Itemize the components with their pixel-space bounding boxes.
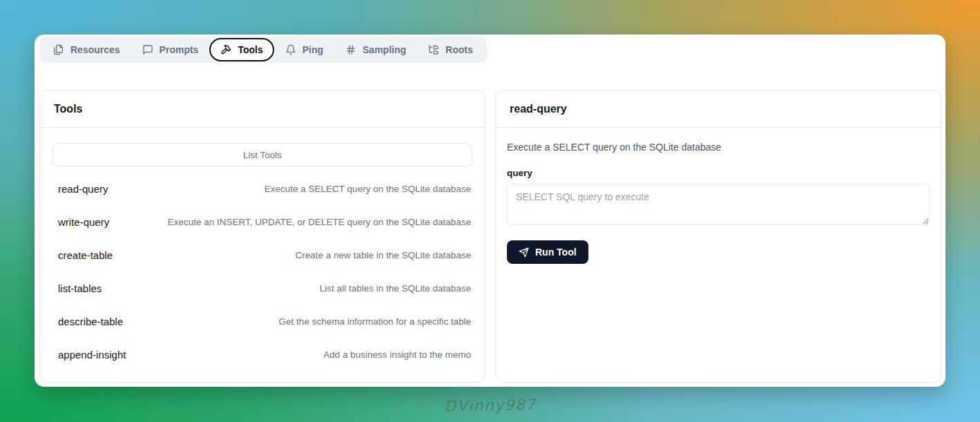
bell-icon [285,44,296,55]
hammer-icon [220,44,231,55]
panel-title: Tools [40,90,485,128]
run-tool-button[interactable]: Run Tool [507,240,588,264]
tool-description: Add a business insight to the memo [323,349,471,360]
tool-description: Create a new table in the SQLite databas… [296,250,471,260]
tool-detail-panel: read-query Execute a SELECT query on the… [495,90,941,383]
tab-ping[interactable]: Ping [274,38,334,61]
tool-row-list-tables[interactable]: list-tables List all tables in the SQLit… [52,271,472,305]
tool-list: read-query Execute a SELECT query on the… [52,172,472,371]
watermark: ƊVinny987 [443,396,536,414]
send-icon [519,247,529,258]
hash-icon [345,44,356,55]
message-square-icon [142,44,153,55]
query-input[interactable] [507,184,930,225]
tool-row-write-query[interactable]: write-query Execute an INSERT, UPDATE, o… [52,205,472,238]
tab-label: Roots [445,44,473,55]
query-field-label: query [507,168,930,178]
tools-list-panel: Tools List Tools read-query Execute a SE… [39,90,486,383]
files-icon [53,44,64,55]
tool-name: describe-table [58,316,123,327]
tool-row-read-query[interactable]: read-query Execute a SELECT query on the… [52,172,472,205]
tool-name: create-table [58,249,113,261]
tool-description: Execute a SELECT query on the SQLite dat… [265,184,471,194]
tool-detail-description: Execute a SELECT query on the SQLite dat… [507,142,930,153]
tool-name: read-query [58,183,108,195]
inspector-card: Resources Prompts Tools Ping Sampling [35,35,945,387]
tab-roots[interactable]: Roots [417,38,484,61]
list-tools-button[interactable]: List Tools [52,143,472,166]
tab-tools[interactable]: Tools [209,38,273,61]
tab-sampling[interactable]: Sampling [334,38,417,61]
tool-name: write-query [58,216,109,228]
selected-tool-title: read-query [496,90,941,128]
tool-description: Get the schema information for a specifi… [279,316,471,327]
tab-label: Sampling [363,44,406,55]
run-tool-label: Run Tool [535,247,577,258]
tab-label: Ping [302,44,323,55]
tool-row-create-table[interactable]: create-table Create a new table in the S… [52,238,472,271]
tool-row-append-insight[interactable]: append-insight Add a business insight to… [52,338,472,371]
tool-name: append-insight [58,349,126,361]
tab-resources[interactable]: Resources [42,38,131,61]
tab-prompts[interactable]: Prompts [131,38,210,61]
tab-label: Resources [70,44,120,55]
tab-bar: Resources Prompts Tools Ping Sampling [39,37,487,63]
tab-label: Tools [238,44,262,55]
tool-description: List all tables in the SQLite database [320,283,471,294]
folder-tree-icon [428,44,439,55]
tool-description: Execute an INSERT, UPDATE, or DELETE que… [168,217,471,227]
tool-name: list-tables [58,282,102,294]
tool-row-describe-table[interactable]: describe-table Get the schema informatio… [52,305,472,338]
content-area: Tools List Tools read-query Execute a SE… [39,90,941,383]
tab-label: Prompts [160,44,199,55]
